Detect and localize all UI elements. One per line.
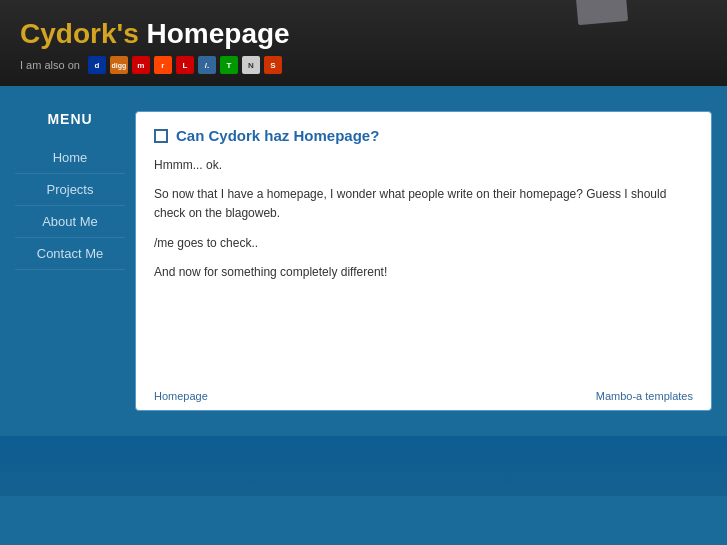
digg-icon[interactable]: digg: [110, 56, 128, 74]
menu-title: MENU: [15, 111, 125, 127]
slash-icon[interactable]: /.: [198, 56, 216, 74]
ma-icon[interactable]: m: [132, 56, 150, 74]
sidebar: MENU Home Projects About Me Contact Me: [15, 111, 125, 411]
title-cydork: Cydork's: [20, 18, 139, 49]
tape-decoration: [576, 0, 628, 25]
newsvine-icon[interactable]: N: [242, 56, 260, 74]
footer-template-link[interactable]: Mambo-a templates: [596, 390, 693, 402]
footer-homepage-link[interactable]: Homepage: [154, 390, 208, 402]
nav-projects[interactable]: Projects: [15, 174, 125, 206]
nav-home[interactable]: Home: [15, 142, 125, 174]
del-icon[interactable]: d: [88, 56, 106, 74]
post-body: Hmmm... ok. So now that I have a homepag…: [154, 156, 693, 282]
last-icon[interactable]: L: [176, 56, 194, 74]
reddit-icon[interactable]: r: [154, 56, 172, 74]
post-title[interactable]: Can Cydork haz Homepage?: [176, 127, 379, 144]
stumble-icon[interactable]: S: [264, 56, 282, 74]
content-footer: Homepage Mambo-a templates: [154, 390, 693, 402]
social-bar: I am also on d digg m r L /. T N S: [20, 56, 707, 74]
post-paragraph-3: /me goes to check..: [154, 234, 693, 253]
social-label: I am also on: [20, 59, 80, 71]
post-paragraph-4: And now for something completely differe…: [154, 263, 693, 282]
nav-contact[interactable]: Contact Me: [15, 238, 125, 270]
post-header: Can Cydork haz Homepage?: [154, 127, 693, 144]
page-header: Cydork's Homepage I am also on d digg m …: [0, 0, 727, 86]
title-homepage: Homepage: [139, 18, 290, 49]
nav-about[interactable]: About Me: [15, 206, 125, 238]
post-paragraph-2: So now that I have a homepage, I wonder …: [154, 185, 693, 223]
main-container: MENU Home Projects About Me Contact Me C…: [0, 91, 727, 431]
post-paragraph-1: Hmmm... ok.: [154, 156, 693, 175]
page-reflection: [0, 436, 727, 496]
post-icon: [154, 129, 168, 143]
content-area: Can Cydork haz Homepage? Hmmm... ok. So …: [135, 111, 712, 411]
techno-icon[interactable]: T: [220, 56, 238, 74]
